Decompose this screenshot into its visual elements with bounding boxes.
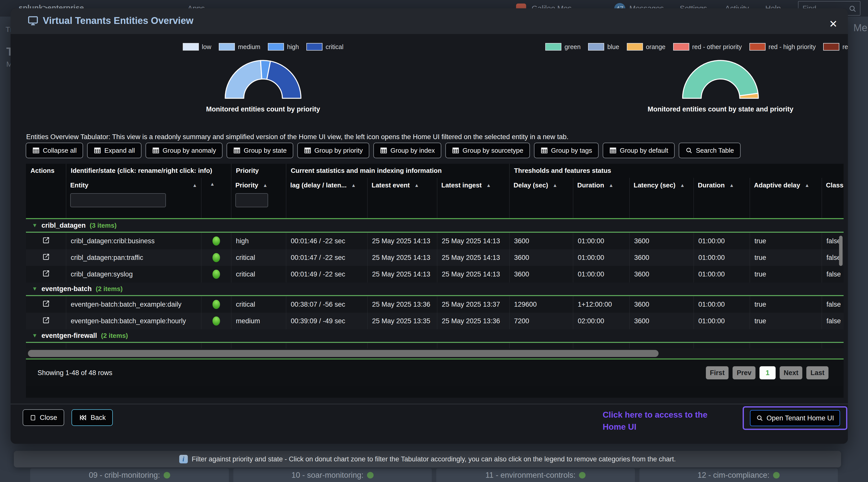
open-entity-button[interactable] [42,253,50,263]
collapse-all-button[interactable]: Collapse all [26,142,83,158]
cell-value: 3600 [514,237,529,245]
sort-arrow-icon[interactable]: ▲ [486,183,491,188]
state-legend[interactable]: greenblueorangered - other priorityred -… [514,43,848,51]
table-row[interactable]: eventgen-batch:batch_example:dailycritic… [26,296,844,313]
entity-name[interactable]: eventgen-batch:batch_example:hourly [71,317,186,325]
table-row[interactable]: eventgen-batch:batch_example:hourlymediu… [26,313,844,329]
entity-name[interactable]: cribl_datagen:pan:traffic [71,254,143,262]
page-1-button[interactable]: 1 [760,366,776,379]
entity-name[interactable]: cribl_datagen:syslog [71,270,133,278]
sort-arrow-icon[interactable]: ▲ [805,183,810,188]
tenant-tile[interactable]: 09 - cribl-monitoring: [30,469,229,482]
collapse-caret-icon[interactable]: ▼ [32,222,37,229]
cell-value: 00:01:46 / -22 sec [291,237,345,245]
tenant-tile-label: 12 - cim-compliance: [698,471,770,480]
group-row-cribl_datagen[interactable]: ▼cribl_datagen(3 items) [26,219,844,233]
legend-item-red-other-priority[interactable]: red - other priority [673,43,742,51]
page-first-button[interactable]: First [706,366,729,379]
legend-item-green[interactable]: green [545,43,581,51]
group-by-tags-button[interactable]: Group by tags [534,142,599,158]
expand-all-button[interactable]: Expand all [87,142,141,158]
column-label[interactable]: Entity [70,181,88,189]
open-entity-button[interactable] [42,299,50,310]
open-tenant-home-ui-button[interactable]: Open Tenant Home UI [750,410,840,426]
sort-arrow-icon[interactable]: ▲ [553,183,557,188]
sort-arrow-icon[interactable]: ▲ [351,183,356,188]
column-label[interactable]: lag (delay / laten... [290,181,347,189]
gauge-segment[interactable] [683,60,758,98]
home-ui-promo-text[interactable]: Click here to access to the Home UI [603,409,739,433]
sort-arrow-icon[interactable]: ▲ [729,183,734,188]
close-icon[interactable]: ✕ [828,19,839,29]
page-prev-button[interactable]: Prev [733,366,755,379]
sort-arrow-icon[interactable]: ▲ [609,183,614,188]
open-entity-button[interactable] [42,236,50,246]
group-by-anomaly-button[interactable]: Group by anomaly [146,142,222,158]
legend-item-red-critical-priority[interactable]: red - critical priority [823,43,848,51]
group-by-sourcetype-button[interactable]: Group by sourcetype [445,142,530,158]
column-label[interactable]: Latest event [372,181,410,189]
sort-arrow-icon[interactable]: ▲ [210,181,215,187]
page-last-button[interactable]: Last [806,366,829,379]
legend-item-blue[interactable]: blue [588,43,619,51]
group-by-state-button[interactable]: Group by state [226,142,293,158]
legend-item-low[interactable]: low [183,43,212,51]
column-label[interactable]: Adaptive delay [754,181,800,189]
sort-arrow-icon[interactable]: ▲ [263,183,268,188]
column-label[interactable]: Priority [236,181,258,189]
sort-arrow-icon[interactable]: ▲ [192,183,197,188]
tenant-tile[interactable]: 10 - soar-monitoring: [234,469,432,482]
collapse-caret-icon[interactable]: ▼ [32,332,37,339]
open-entity-button[interactable] [42,269,50,280]
entity-name[interactable]: cribl_datagen:cribl:business [71,237,155,245]
priority-gauge[interactable] [166,57,360,101]
column-label[interactable]: Duration [577,181,604,189]
column-label[interactable]: Latest ingest [441,181,482,189]
legend-item-high[interactable]: high [268,43,299,51]
back-button-label: Back [91,414,106,422]
priority-filter-input[interactable] [236,193,268,207]
group-by-default-button[interactable]: Group by default [603,142,675,158]
priority-gauge-chart[interactable]: lowmediumhighcritical Monitored entities… [166,43,360,113]
state-gauge-chart[interactable]: greenblueorangered - other priorityred -… [514,43,848,113]
group-by-priority-button[interactable]: Group by priority [297,142,369,158]
search-table-button[interactable]: Search Table [679,142,740,158]
group-header-label: Actions [30,167,54,174]
gauge-segment[interactable] [225,61,262,98]
tenant-tile[interactable]: 12 - cim-compliance: [640,469,838,482]
column-label[interactable]: Latency (sec) [633,181,675,189]
entity-filter-input[interactable] [70,193,166,207]
group-row-eventgen-batch[interactable]: ▼eventgen-batch(2 items) [26,283,844,296]
vertical-scrollbar-thumb[interactable] [839,236,843,266]
tenant-tile[interactable]: 11 - environment-controls: [436,469,635,482]
back-button[interactable]: Back [71,409,113,426]
gauge-segment[interactable] [267,61,301,98]
collapse-caret-icon[interactable]: ▼ [32,286,37,292]
group-by-index-button[interactable]: Group by index [373,142,441,158]
state-gauge[interactable] [514,57,848,101]
legend-swatch [627,43,643,51]
page-next-button[interactable]: Next [780,366,803,379]
open-entity-button[interactable] [42,316,50,326]
legend-item-medium[interactable]: medium [219,43,260,51]
group-row-eventgen-firewall[interactable]: ▼eventgen-firewall(2 items) [26,329,844,343]
legend-item-orange[interactable]: orange [627,43,665,51]
cell-value: 25 May 2025 14:13 [372,254,430,262]
legend-item-red-high-priority[interactable]: red - high priority [749,43,816,51]
column-label[interactable]: Duration [698,181,725,189]
priority-legend[interactable]: lowmediumhighcritical [166,43,360,51]
horizontal-scrollbar[interactable] [26,348,844,358]
sort-arrow-icon[interactable]: ▲ [414,183,419,188]
column-label[interactable]: Class o [826,181,844,189]
table-row[interactable]: cribl_datagen:cribl:businesshigh00:01:46… [26,233,844,249]
horizontal-scrollbar-thumb[interactable] [28,350,658,357]
legend-label: red - high priority [769,43,816,51]
legend-item-critical[interactable]: critical [306,43,343,51]
screen: splunk>enterprise Apps Galileo Mes 47 Me… [0,0,868,482]
table-row[interactable]: cribl_datagen:pan:trafficcritical00:01:4… [26,249,844,266]
column-label[interactable]: Delay (sec) [514,181,548,189]
table-row[interactable]: cribl_datagen:syslogcritical00:01:49 / -… [26,266,844,283]
sort-arrow-icon[interactable]: ▲ [680,183,685,188]
close-button[interactable]: Close [23,409,64,426]
entity-name[interactable]: eventgen-batch:batch_example:daily [71,301,182,309]
